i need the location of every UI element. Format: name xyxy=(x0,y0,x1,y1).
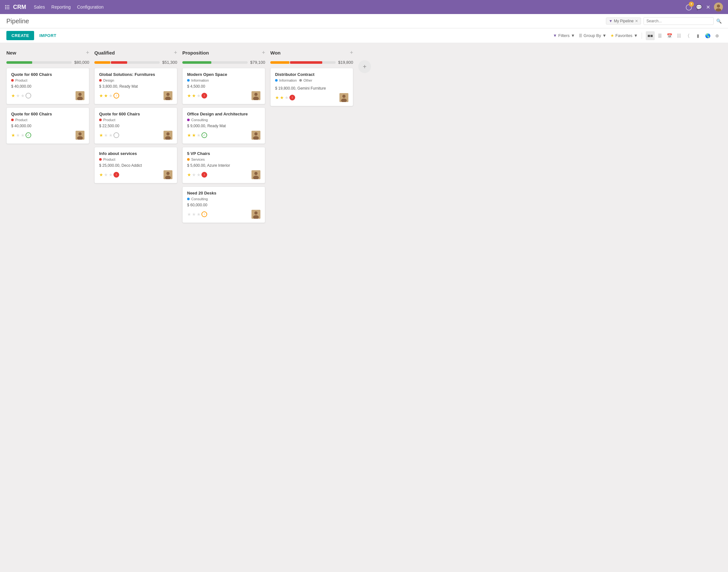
svg-point-7 xyxy=(78,132,82,136)
active-filter-tag[interactable]: ▼ My Pipeline ✕ xyxy=(606,17,641,24)
nav-reporting[interactable]: Reporting xyxy=(51,3,71,11)
kanban-card[interactable]: Quote for 600 Chairs Product $ 40,000.00… xyxy=(6,108,89,144)
calendar-view-icon[interactable]: 📅 xyxy=(665,31,674,40)
card-stars: ★★★ ✓ xyxy=(187,132,207,138)
status-icon[interactable] xyxy=(113,132,119,138)
column-add-icon[interactable]: + xyxy=(86,50,89,56)
star-2[interactable]: ★ xyxy=(192,93,196,98)
status-icon[interactable]: ✓ xyxy=(25,132,31,138)
column-add-icon[interactable]: + xyxy=(350,50,353,56)
groupby-button[interactable]: ☰ Group By ▼ xyxy=(579,33,606,38)
star-3[interactable]: ★ xyxy=(197,212,201,217)
star-2[interactable]: ★ xyxy=(16,133,20,138)
pivot-view-icon[interactable]: ⊕ xyxy=(713,31,722,40)
kanban-card[interactable]: Quote for 600 Chairs Product $ 40,000.00… xyxy=(6,68,89,104)
star-2[interactable]: ★ xyxy=(280,95,284,100)
star-1[interactable]: ★ xyxy=(99,172,103,177)
messages-icon[interactable]: 💬 xyxy=(696,4,702,10)
column-add-icon[interactable]: + xyxy=(262,50,265,56)
star-1[interactable]: ★ xyxy=(187,133,191,138)
status-icon[interactable] xyxy=(25,93,31,98)
star-1[interactable]: ★ xyxy=(275,95,279,100)
star-1[interactable]: ★ xyxy=(187,172,191,177)
tag-label: Information xyxy=(279,78,297,82)
card-tag: Design xyxy=(99,78,172,82)
status-icon[interactable]: ! xyxy=(201,93,207,98)
card-stars: ★★★ ! xyxy=(275,95,295,100)
star-3[interactable]: ★ xyxy=(197,133,201,138)
bar-view-icon[interactable]: ▮ xyxy=(694,31,703,40)
star-1[interactable]: ★ xyxy=(187,212,191,217)
card-stars: ★★★ xyxy=(11,93,31,98)
star-3[interactable]: ★ xyxy=(109,93,113,98)
chart-view-icon[interactable]: 〈 xyxy=(684,31,693,40)
column-progress: $80,000 xyxy=(6,60,89,65)
import-button[interactable]: IMPORT xyxy=(37,31,59,40)
status-icon[interactable]: ! xyxy=(113,172,119,177)
apps-menu-icon[interactable] xyxy=(5,5,9,9)
svg-point-22 xyxy=(254,132,257,136)
list-view-icon[interactable]: ☰ xyxy=(655,31,664,40)
brand-logo[interactable]: CRM xyxy=(13,4,26,10)
star-1[interactable]: ★ xyxy=(187,93,191,98)
star-2[interactable]: ★ xyxy=(192,133,196,138)
card-footer: ★★★ ! xyxy=(275,93,348,102)
add-column-button[interactable]: + xyxy=(358,60,371,73)
column-header: Qualified + xyxy=(94,48,177,57)
nav-configuration[interactable]: Configuration xyxy=(77,3,103,11)
star-3[interactable]: ★ xyxy=(109,133,113,138)
search-box xyxy=(644,17,714,25)
star-3[interactable]: ★ xyxy=(197,93,201,98)
star-1[interactable]: ★ xyxy=(11,133,15,138)
kanban-card[interactable]: Global Solutions: Furnitures Design $ 3,… xyxy=(94,68,177,104)
star-2[interactable]: ★ xyxy=(192,212,196,217)
kanban-view-icon[interactable]: ■■ xyxy=(646,31,655,40)
nav-sales[interactable]: Sales xyxy=(34,3,45,11)
search-input[interactable] xyxy=(646,19,704,23)
star-3[interactable]: ★ xyxy=(285,95,289,100)
column-amount: $51,300 xyxy=(162,60,177,65)
column-add-icon[interactable]: + xyxy=(174,50,177,56)
favorites-button[interactable]: ★ Favorites ▼ xyxy=(611,33,638,38)
status-icon[interactable]: ✓ xyxy=(201,132,207,138)
star-3[interactable]: ★ xyxy=(109,172,113,177)
star-1[interactable]: ★ xyxy=(99,93,103,98)
status-icon[interactable]: ! xyxy=(201,172,207,177)
filter-tag-close[interactable]: ✕ xyxy=(635,19,638,23)
activity-icon[interactable]: ◯ 7 xyxy=(685,3,692,10)
kanban-card[interactable]: Quote for 600 Chairs Product $ 22,500.00… xyxy=(94,108,177,144)
kanban-card[interactable]: Info about services Product $ 25,000.00,… xyxy=(94,147,177,183)
star-3[interactable]: ★ xyxy=(21,133,25,138)
card-tag: Product xyxy=(99,118,172,122)
status-icon[interactable]: ! xyxy=(201,211,207,217)
star-2[interactable]: ★ xyxy=(104,133,108,138)
star-2[interactable]: ★ xyxy=(104,93,108,98)
star-2[interactable]: ★ xyxy=(192,172,196,177)
star-2[interactable]: ★ xyxy=(104,172,108,177)
kanban-card[interactable]: Need 20 Desks Consulting $ 60,000.00 ★★★… xyxy=(182,187,265,223)
search-area: ▼ My Pipeline ✕ 🔍 xyxy=(606,17,722,25)
star-3[interactable]: ★ xyxy=(21,93,25,98)
star-1[interactable]: ★ xyxy=(11,93,15,98)
star-3[interactable]: ★ xyxy=(197,172,201,177)
create-button[interactable]: CREATE xyxy=(6,31,34,40)
search-submit-icon[interactable]: 🔍 xyxy=(716,18,722,23)
grid-view-icon[interactable]: ☷ xyxy=(674,31,683,40)
star-2[interactable]: ★ xyxy=(16,93,20,98)
page-title: Pipeline xyxy=(6,17,29,25)
close-icon[interactable]: ✕ xyxy=(706,4,710,10)
kanban-card[interactable]: 5 VP Chairs Services $ 5,600.00, Azure I… xyxy=(182,147,265,183)
kanban-card[interactable]: Modern Open Space Information $ 4,500.00… xyxy=(182,68,265,104)
user-avatar[interactable] xyxy=(714,3,723,11)
column-header: New + xyxy=(6,48,89,57)
card-amount: $ 5,600.00, Azure Interior xyxy=(187,163,260,168)
status-icon[interactable]: ! xyxy=(290,95,295,100)
card-footer: ★★★ xyxy=(11,91,84,100)
star-1[interactable]: ★ xyxy=(99,133,103,138)
filters-button[interactable]: ▼ Filters ▼ xyxy=(553,33,575,38)
card-title: Office Design and Architecture xyxy=(187,112,260,117)
kanban-card[interactable]: Distributor Contract Information Other $… xyxy=(270,68,353,106)
map-view-icon[interactable]: 🌎 xyxy=(703,31,712,40)
kanban-card[interactable]: Office Design and Architecture Consultin… xyxy=(182,108,265,144)
status-icon[interactable]: ! xyxy=(113,93,119,98)
